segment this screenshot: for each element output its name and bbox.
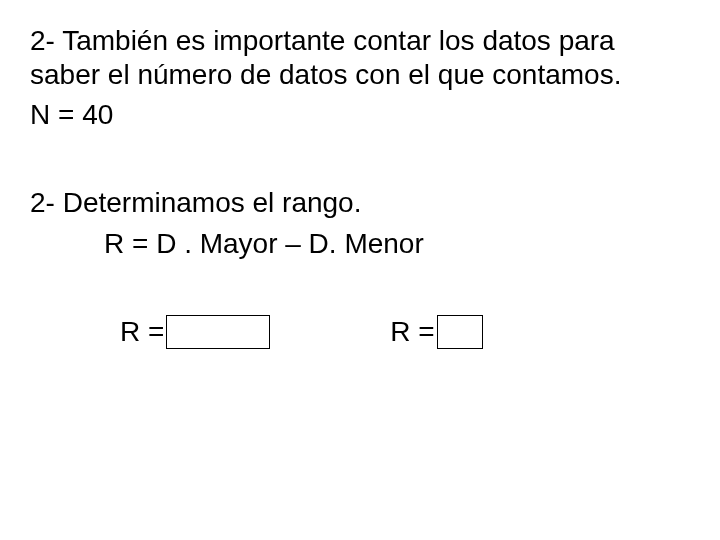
equation-2-box	[437, 315, 483, 349]
step1-n-value: N = 40	[30, 98, 690, 132]
equation-1-box	[166, 315, 270, 349]
equation-1: R =	[120, 315, 270, 349]
slide: 2- También es importante contar los dato…	[0, 0, 720, 540]
step1-description: 2- También es importante contar los dato…	[30, 24, 690, 92]
equation-2: R =	[390, 315, 482, 349]
equation-2-label: R =	[390, 316, 434, 348]
step2-formula: R = D . Mayor – D. Menor	[30, 227, 690, 261]
step2-block: 2- Determinamos el rango. R = D . Mayor …	[30, 186, 690, 348]
step2-equations-row: R = R =	[30, 315, 690, 349]
step2-title: 2- Determinamos el rango.	[30, 186, 690, 220]
equation-1-label: R =	[120, 316, 164, 348]
